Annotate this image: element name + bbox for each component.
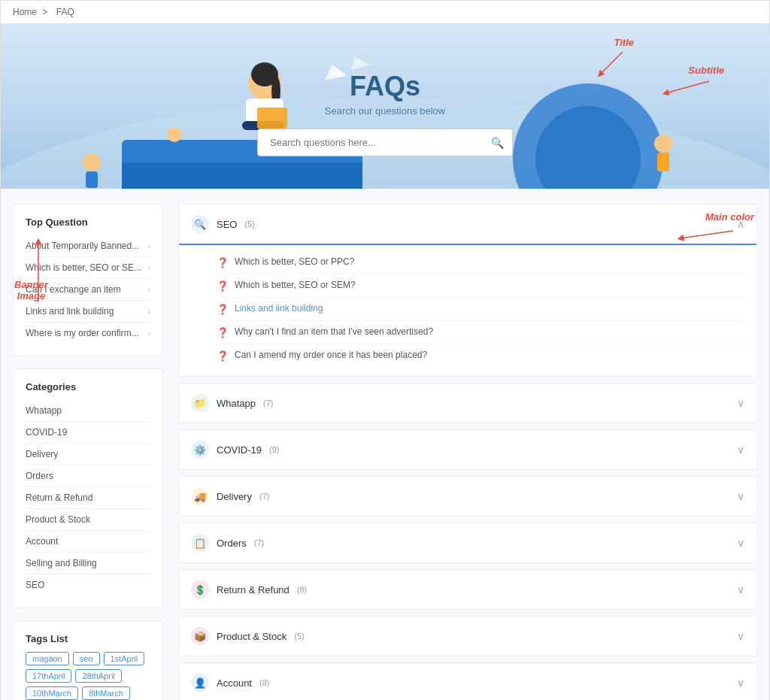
svg-marker-6 <box>351 57 370 70</box>
svg-line-22 <box>665 81 709 93</box>
top-question-item[interactable]: Where is my order confirm...› <box>26 323 150 344</box>
category-icon: 🚚 <box>191 487 209 505</box>
faq-category-header[interactable]: 📦 Product & Stock (5) ∨ <box>179 617 756 656</box>
subtitle-arrow <box>658 72 718 98</box>
faq-category-header[interactable]: 💲 Return & Refund (8) ∨ <box>179 570 756 609</box>
faq-item[interactable]: ❓Why can't I find an item that I've seen… <box>217 321 744 344</box>
svg-rect-10 <box>657 153 669 171</box>
svg-point-9 <box>654 135 672 153</box>
chevron-icon: ∨ <box>737 630 744 642</box>
category-icon: 📋 <box>191 534 209 552</box>
category-name: Account <box>217 677 252 689</box>
faq-category-header[interactable]: ⚙️ COVID-19 (9) ∨ <box>179 430 756 469</box>
svg-point-12 <box>251 62 278 86</box>
faq-category-header[interactable]: 🔍 SEO (5) ∧ <box>179 205 756 245</box>
tag-item[interactable]: 28thApril <box>75 669 121 683</box>
breadcrumb: Home > FAQ <box>1 1 769 23</box>
category-name: Orders <box>217 538 247 549</box>
category-count: (5) <box>294 632 304 641</box>
tags-section: Tags List magaonseo1stApril17thApril28th… <box>13 620 163 700</box>
chevron-icon: › <box>148 242 150 250</box>
category-icon: 👤 <box>191 674 209 692</box>
category-count: (8) <box>297 585 307 594</box>
faq-item-text: Which is better, SEO or PPC? <box>235 256 354 267</box>
svg-point-7 <box>83 153 101 171</box>
banner-search-container: 🔍 <box>257 129 513 156</box>
faq-category: 🔍 SEO (5) ∧ ❓Which is better, SEO or PPC… <box>178 204 757 377</box>
faq-category-header[interactable]: 📋 Orders (7) ∨ <box>179 523 756 562</box>
faq-item-text: Which is better, SEO or SEM? <box>235 280 356 290</box>
chevron-icon: ∨ <box>737 397 744 409</box>
faq-main: 🔍 SEO (5) ∧ ❓Which is better, SEO or PPC… <box>178 204 757 700</box>
faq-item[interactable]: ❓Links and link building <box>217 298 744 321</box>
banner-arrow <box>31 234 46 309</box>
sidebar-category-item[interactable]: Product & Stock <box>26 509 150 531</box>
breadcrumb-current: FAQ <box>56 7 74 17</box>
svg-point-3 <box>513 83 663 189</box>
faq-category: 💲 Return & Refund (8) ∨ <box>178 569 757 610</box>
faq-category-header[interactable]: 🚚 Delivery (7) ∨ <box>179 477 756 516</box>
chevron-icon: ∨ <box>737 490 744 502</box>
tag-item[interactable]: 1stApril <box>104 652 145 665</box>
sidebar-category-item[interactable]: Account <box>26 531 150 553</box>
tag-item[interactable]: seo <box>73 652 100 665</box>
banner: Title Subtitle FAQs Search our questions… <box>1 23 769 189</box>
sidebar-category-item[interactable]: Orders <box>26 465 150 487</box>
tag-item[interactable]: 10thMarch <box>26 686 78 700</box>
category-count: (7) <box>254 538 264 547</box>
category-icon: 🔍 <box>191 215 209 233</box>
category-count: (7) <box>259 492 269 501</box>
breadcrumb-home[interactable]: Home <box>13 7 37 17</box>
svg-rect-16 <box>257 108 287 129</box>
faq-item[interactable]: ❓Which is better, SEO or PPC? <box>217 251 744 274</box>
tag-item[interactable]: 8thMarch <box>82 686 130 700</box>
faq-category-header[interactable]: 👤 Account (8) ∨ <box>179 663 756 700</box>
sidebar-category-item[interactable]: Selling and Billing <box>26 553 150 574</box>
q-icon: ❓ <box>217 350 229 362</box>
category-icon: 📁 <box>191 394 209 412</box>
chevron-icon: ∨ <box>737 444 744 456</box>
category-icon: 📦 <box>191 627 209 645</box>
search-input[interactable] <box>257 129 513 156</box>
chevron-icon: ∨ <box>737 583 744 595</box>
svg-point-17 <box>167 127 182 142</box>
faq-category-left: 📦 Product & Stock (5) <box>191 627 305 645</box>
category-icon: 💲 <box>191 580 209 598</box>
q-icon: ❓ <box>217 304 229 315</box>
category-name: COVID-19 <box>217 444 262 456</box>
faq-category-left: 📋 Orders (7) <box>191 534 264 552</box>
category-icon: ⚙️ <box>191 441 209 459</box>
category-name: Whatapp <box>217 398 256 409</box>
faq-category: ⚙️ COVID-19 (9) ∨ <box>178 429 757 470</box>
sidebar-category-item[interactable]: Whatapp <box>26 400 150 422</box>
sidebar-category-item[interactable]: SEO <box>26 574 150 595</box>
category-name: Product & Stock <box>217 631 286 642</box>
sidebar-category-item[interactable]: COVID-19 <box>26 422 150 444</box>
q-icon: ❓ <box>217 257 229 268</box>
chevron-icon: ∨ <box>737 677 744 689</box>
faq-item[interactable]: ❓Which is better, SEO or SEM? <box>217 274 744 298</box>
category-count: (5) <box>244 220 254 229</box>
banner-title: FAQs <box>350 71 420 102</box>
svg-rect-14 <box>246 98 283 125</box>
banner-subtitle: Search our questions below <box>325 105 445 117</box>
tag-item[interactable]: 17thApril <box>26 669 71 683</box>
faq-category-left: 🚚 Delivery (7) <box>191 487 269 505</box>
faq-category: 🚚 Delivery (7) ∨ <box>178 476 757 517</box>
breadcrumb-separator: > <box>42 7 47 17</box>
faq-link[interactable]: Links and link building <box>235 303 323 314</box>
sidebar-category-item[interactable]: Delivery <box>26 444 150 465</box>
tag-item[interactable]: magaon <box>26 652 69 665</box>
svg-marker-5 <box>325 65 347 80</box>
sidebar-category-item[interactable]: Return & Refund <box>26 487 150 509</box>
chevron-icon: › <box>148 286 150 294</box>
maincolor-arrow <box>673 225 748 244</box>
faq-category-left: 🔍 SEO (5) <box>191 215 255 233</box>
faq-category-header[interactable]: 📁 Whatapp (7) ∨ <box>179 383 756 423</box>
categories-section: Categories WhatappCOVID-19DeliveryOrders… <box>13 368 163 608</box>
category-name: Return & Refund <box>217 584 290 595</box>
faq-category: 📋 Orders (7) ∨ <box>178 523 757 563</box>
tags-heading: Tags List <box>26 633 150 644</box>
faq-item[interactable]: ❓Can I amend my order once it has been p… <box>217 344 744 367</box>
faq-items: ❓Which is better, SEO or PPC?❓Which is b… <box>179 245 756 376</box>
